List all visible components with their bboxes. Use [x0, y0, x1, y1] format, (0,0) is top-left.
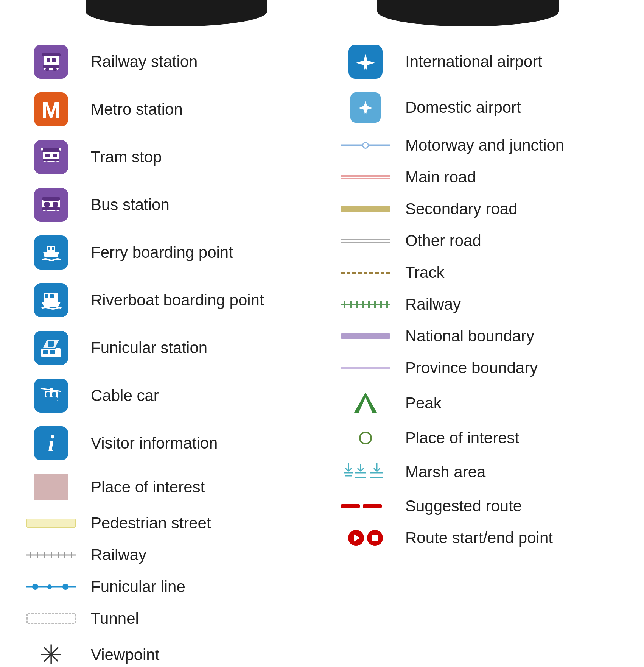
svg-rect-37: [45, 397, 58, 401]
main-road-icon: [341, 173, 390, 181]
list-item: Marsh area: [337, 454, 621, 490]
funicular-station-icon: [34, 331, 68, 365]
list-item: Funicular station: [23, 324, 307, 372]
svg-rect-14: [41, 148, 43, 151]
svg-rect-38: [50, 388, 53, 391]
list-item: Tram stop: [23, 133, 307, 181]
list-item: Bus station: [23, 181, 307, 229]
secondary-road-label: Secondary road: [405, 200, 518, 218]
bus-station-icon-area: [26, 188, 76, 222]
visitor-info-label: Visitor information: [91, 434, 218, 452]
list-item: Ferry boarding point: [23, 229, 307, 276]
metro-station-icon-area: M: [26, 92, 76, 126]
pedestrian-street-icon: [26, 519, 76, 528]
place-of-interest-label: Place of interest: [91, 478, 205, 496]
domestic-airport-icon-area: [341, 92, 390, 123]
railway-station-icon: [34, 45, 68, 79]
svg-point-5: [45, 67, 49, 71]
svg-rect-36: [52, 392, 56, 397]
province-boundary-label: Province boundary: [405, 359, 538, 377]
svg-point-6: [53, 67, 57, 71]
svg-rect-31: [50, 350, 55, 354]
main-road-label: Main road: [405, 168, 476, 186]
tunnel-icon-area: [26, 613, 76, 624]
international-airport-icon-area: [341, 45, 390, 79]
right-column: International airport Domestic airport M…: [337, 38, 621, 667]
railway-right-icon: [341, 300, 390, 309]
svg-point-13: [53, 161, 58, 166]
international-airport-icon: [348, 45, 383, 79]
main-road-icon-area: [341, 173, 390, 181]
viewpoint-label: Viewpoint: [91, 646, 159, 664]
route-points-label: Route start/end point: [405, 529, 553, 547]
svg-rect-10: [53, 154, 57, 157]
svg-rect-2: [47, 58, 50, 62]
pedestrian-street-icon-area: [26, 519, 76, 528]
list-item: Railway: [337, 288, 621, 320]
domestic-airport-label: Domestic airport: [405, 98, 521, 117]
suggested-route-label: Suggested route: [405, 497, 522, 515]
svg-rect-24: [48, 247, 50, 250]
wave-decoration-left: [86, 0, 267, 26]
svg-rect-27: [45, 294, 48, 298]
ferry-boarding-label: Ferry boarding point: [91, 243, 233, 262]
svg-rect-11: [43, 159, 59, 161]
visitor-info-icon: i: [34, 426, 68, 460]
motorway-label: Motorway and junction: [405, 136, 564, 154]
svg-rect-8: [42, 148, 61, 152]
list-item: Cable car: [23, 372, 307, 419]
svg-rect-3: [52, 58, 56, 62]
svg-rect-18: [44, 202, 50, 207]
list-item: Domestic airport: [337, 86, 621, 129]
track-icon-area: [341, 272, 390, 274]
list-item: i Visitor information: [23, 419, 307, 467]
list-item: Tunnel: [23, 603, 307, 634]
list-item: National boundary: [337, 320, 621, 352]
other-road-icon-area: [341, 237, 390, 245]
secondary-road-icon-area: [341, 205, 390, 213]
metro-station-icon: M: [34, 92, 68, 126]
pedestrian-street-label: Pedestrian street: [91, 514, 211, 532]
motorway-icon: [341, 142, 390, 149]
poi-circle-label: Place of interest: [405, 429, 519, 447]
riverboat-boarding-label: Riverboat boarding point: [91, 291, 264, 309]
svg-rect-15: [59, 148, 61, 151]
svg-rect-20: [42, 207, 60, 210]
other-road-label: Other road: [405, 232, 481, 250]
svg-rect-4: [43, 65, 59, 68]
tunnel-label: Tunnel: [91, 609, 139, 628]
tram-stop-label: Tram stop: [91, 148, 162, 166]
national-boundary-label: National boundary: [405, 327, 534, 345]
province-boundary-icon-area: [341, 367, 390, 369]
list-item: Suggested route: [337, 490, 621, 522]
suggested-route-icon: [341, 504, 390, 508]
route-points-icon-area: [341, 530, 390, 546]
bus-station-label: Bus station: [91, 196, 170, 214]
place-of-interest-icon-area: [26, 474, 76, 500]
svg-rect-25: [52, 247, 54, 250]
svg-rect-19: [53, 202, 58, 207]
railway-right-label: Railway: [405, 295, 461, 313]
marsh-area-icon-area: [341, 461, 390, 483]
list-item: Secondary road: [337, 193, 621, 225]
tunnel-icon: [26, 613, 76, 624]
track-label: Track: [405, 263, 444, 282]
national-boundary-icon: [341, 334, 390, 339]
cable-car-label: Cable car: [91, 386, 159, 405]
bus-station-icon: [34, 188, 68, 222]
ferry-boarding-icon: [34, 235, 68, 270]
riverboat-boarding-icon: [34, 283, 68, 317]
list-item: Other road: [337, 225, 621, 257]
tram-stop-icon-area: [26, 140, 76, 174]
suggested-route-icon-area: [341, 504, 390, 508]
other-road-icon: [341, 237, 390, 245]
funicular-line-icon: [26, 583, 76, 591]
list-item: Riverboat boarding point: [23, 276, 307, 324]
railway-station-label: Railway station: [91, 53, 198, 71]
svg-rect-28: [50, 294, 54, 298]
svg-rect-1: [42, 53, 61, 56]
motorway-icon-area: [341, 142, 390, 149]
viewpoint-icon-area: ✳: [26, 641, 76, 667]
poi-circle-icon-area: [341, 432, 390, 444]
cable-car-icon: [34, 379, 68, 413]
